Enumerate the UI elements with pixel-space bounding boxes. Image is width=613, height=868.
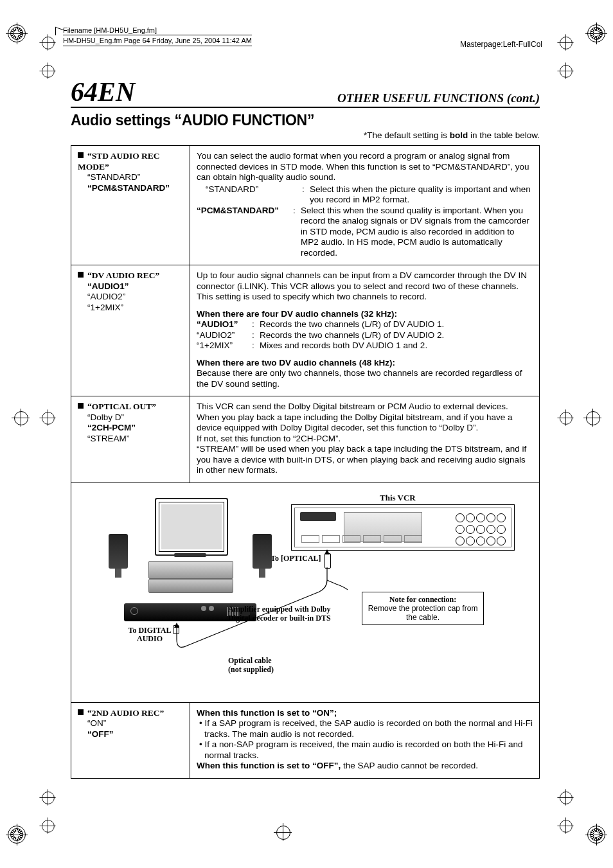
dv-sub4-2-label: “1+2MIX” — [197, 341, 252, 351]
bullet-icon — [78, 272, 84, 278]
optical-opt-2: “STREAM” — [78, 434, 183, 445]
second-audio-opt-1: “OFF” — [78, 729, 183, 740]
optical-text: This VCR can send the Dolby Digital bits… — [197, 402, 533, 476]
tv-illustration — [155, 498, 228, 556]
optical-opt-1: “2CH-PCM” — [78, 423, 183, 434]
reg-mark-tr2 — [560, 37, 571, 48]
crop-mark-tl — [8, 24, 26, 42]
row-dv-audio: “DV AUDIO REC” “AUDIO1” “AUDIO2” “1+2MIX… — [71, 265, 540, 396]
dv-sub4-1-label: “AUDIO2” — [197, 330, 252, 341]
std-audio-opt-0: “STANDARD” — [78, 172, 183, 183]
section-title: Audio settings “AUDIO FUNCTION” — [71, 112, 540, 129]
row-second-audio: “2ND AUDIO REC” “ON” “OFF” When this fun… — [71, 702, 540, 778]
masterpage-label: Masterpage:Left-FullCol — [460, 40, 542, 49]
second-audio-on-b2: If a non-SAP program is received, the ma… — [197, 740, 533, 761]
to-digital-label: To DIGITAL AUDIO — [118, 626, 182, 643]
second-audio-opt-0: “ON” — [78, 718, 183, 729]
dv-sub4-0-label: “AUDIO1” — [197, 319, 252, 330]
bullet-icon — [78, 152, 84, 158]
amplifier-label: Amplifier equipped with Dolby Digital de… — [228, 605, 337, 623]
reg-mark-tr3 — [560, 65, 571, 76]
default-note-bold: bold — [450, 130, 468, 140]
dv-audio-name: “DV AUDIO REC” — [87, 270, 159, 280]
default-note-suffix: in the table below. — [468, 130, 540, 140]
reg-mark-left — [14, 411, 27, 424]
connection-note-box: Note for connection: Remove the protecti… — [362, 592, 484, 625]
connection-note-body: Remove the protection cap from the cable… — [366, 604, 479, 622]
std-audio-intro: You can select the audio format when you… — [197, 151, 533, 183]
second-audio-on-title: When this function is set to “ON”; — [197, 708, 533, 719]
tv-base — [174, 553, 206, 557]
vcr-under-tv-2 — [148, 579, 233, 593]
crop-mark-bl — [8, 826, 26, 844]
reg-mark-br3 — [560, 792, 571, 803]
page-number-suffix: EN — [98, 77, 135, 107]
section-header: OTHER USEFUL FUNCTIONS (cont.) — [337, 91, 540, 105]
diagram-this-vcr-label: This VCR — [380, 493, 416, 503]
dv-audio-opt-1: “AUDIO2” — [78, 292, 183, 303]
row-dv-audio-left: “DV AUDIO REC” “AUDIO1” “AUDIO2” “1+2MIX… — [71, 265, 190, 396]
row-std-audio: “STD AUDIO REC MODE” “STANDARD” “PCM&STA… — [71, 146, 540, 265]
row-second-audio-right: When this function is set to “ON”; If a … — [190, 702, 540, 778]
second-audio-off-text: the SAP audio cannot be recorded. — [341, 761, 478, 770]
reg-mark-bl3 — [42, 792, 53, 803]
second-audio-off-line: When this function is set to “OFF”, the … — [197, 761, 533, 772]
default-note-prefix: *The default setting is — [364, 130, 450, 140]
dv-sub4-2-text: Mixes and records both DV AUDIO 1 and 2. — [260, 341, 533, 351]
reg-mark-right — [586, 411, 599, 424]
connection-note-title: Note for connection: — [366, 595, 479, 604]
std-item-1-text: Select this when the sound quality is im… — [301, 206, 533, 259]
optical-opt-0: “Dolby D” — [78, 412, 183, 423]
optical-name: “OPTICAL OUT” — [87, 402, 156, 411]
second-audio-on-b1: If a SAP program is received, the SAP au… — [197, 718, 533, 740]
second-audio-off-title: When this function is set to “OFF”, — [197, 761, 341, 770]
dv-audio-opt-0: “AUDIO1” — [78, 281, 183, 292]
connection-diagram: This VCR To [OPTICAL] To DIGITAL — [71, 483, 540, 703]
reg-mark-bottom — [276, 826, 289, 838]
dv-sub2-title: When there are two DV audio channels (48… — [197, 358, 533, 369]
vcr-illustration — [291, 504, 515, 551]
std-audio-name: “STD AUDIO REC MODE” — [78, 151, 160, 172]
reg-mark-tl2 — [42, 37, 53, 48]
page-number-block: 64EN — [71, 78, 135, 105]
reg-mark-ml — [42, 412, 53, 423]
row-optical-right: This VCR can send the Dolby Digital bits… — [190, 396, 540, 483]
row-optical: “OPTICAL OUT” “Dolby D” “2CH-PCM” “STREA… — [71, 396, 540, 483]
dv-audio-intro: Up to four audio signal channels can be … — [197, 270, 533, 303]
dv-sub4-0-text: Records the two channels (L/R) of DV AUD… — [260, 319, 533, 330]
filename-line2: HM-DH5U_Eng.fm Page 64 Friday, June 25, … — [63, 35, 252, 46]
row-std-audio-right: You can select the audio format when you… — [190, 146, 540, 265]
digital-audio-jack-icon — [173, 625, 179, 634]
dv-audio-opt-2: “1+2MIX” — [78, 303, 183, 314]
row-optical-left: “OPTICAL OUT” “Dolby D” “2CH-PCM” “STREA… — [71, 396, 190, 483]
std-item-1-label: “PCM&STANDARD” — [197, 206, 293, 259]
speaker-right — [253, 534, 272, 569]
second-audio-name: “2ND AUDIO REC” — [87, 708, 164, 718]
page-header: 64EN OTHER USEFUL FUNCTIONS (cont.) — [71, 78, 540, 108]
dv-sub2-text: Because there are only two channels, tho… — [197, 368, 533, 389]
dv-sub4-title: When there are four DV audio channels (3… — [197, 309, 533, 320]
reg-mark-bl2 — [42, 820, 53, 831]
crop-mark-tr — [587, 24, 605, 42]
speaker-left — [109, 534, 128, 569]
optical-cable-label: Optical cable (not supplied) — [228, 656, 274, 674]
crop-mark-br — [587, 826, 605, 844]
std-item-0-text: Select this when the picture quality is … — [310, 184, 533, 206]
settings-table: “STD AUDIO REC MODE” “STANDARD” “PCM&STA… — [71, 145, 540, 483]
bullet-icon — [78, 709, 84, 715]
page-number: 64 — [71, 77, 98, 107]
amp-knobs — [201, 606, 214, 611]
bullet-icon — [78, 403, 84, 409]
page-content: 64EN OTHER USEFUL FUNCTIONS (cont.) Audi… — [71, 78, 540, 779]
row-std-audio-left: “STD AUDIO REC MODE” “STANDARD” “PCM&STA… — [71, 146, 190, 265]
default-note: *The default setting is bold in the tabl… — [71, 130, 540, 140]
row-dv-audio-right: Up to four audio signal channels can be … — [190, 265, 540, 396]
dv-sub4-1-text: Records the two channels (L/R) of DV AUD… — [260, 330, 533, 341]
vcr-under-tv — [148, 561, 233, 579]
reg-mark-mr — [560, 412, 571, 423]
filename-line1: Filename [HM-DH5U_Eng.fm] — [63, 26, 252, 35]
filename-block: Filename [HM-DH5U_Eng.fm] HM-DH5U_Eng.fm… — [63, 26, 252, 46]
row-second-audio-left: “2ND AUDIO REC” “ON” “OFF” — [71, 702, 190, 778]
settings-table-2: “2ND AUDIO REC” “ON” “OFF” When this fun… — [71, 702, 540, 779]
reg-mark-br2 — [560, 820, 571, 831]
